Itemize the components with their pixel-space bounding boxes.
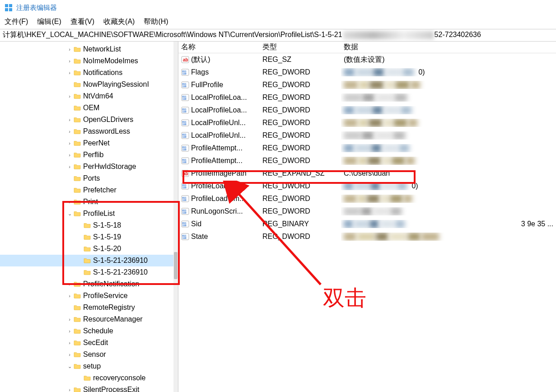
list-header: 名称 类型 数据 <box>178 42 556 53</box>
tree-item[interactable]: ＞Prefetcher <box>0 184 178 196</box>
tree-item[interactable]: ⌄setup <box>0 360 178 372</box>
tree-item-label: OpenGLDrivers <box>83 114 136 126</box>
value-row[interactable]: FlagsREG_DWORD 0) <box>178 66 556 79</box>
value-row[interactable]: StateREG_DWORD <box>178 230 556 243</box>
chevron-right-icon[interactable]: › <box>66 313 73 325</box>
chevron-right-icon[interactable]: › <box>66 55 73 67</box>
tree-item-label: NoImeModeImes <box>83 55 141 67</box>
value-row[interactable]: LocalProfileUnl...REG_DWORD <box>178 117 556 129</box>
value-row[interactable]: ProfileLoadTim...REG_DWORD <box>178 192 556 205</box>
tree-item[interactable]: ›Print <box>0 196 178 208</box>
tree-item-label: Notifications <box>83 67 125 79</box>
chevron-right-icon[interactable]: › <box>66 90 73 102</box>
value-row[interactable]: SidREG_BINARY3 9e 35 ... <box>178 218 556 230</box>
tree-item[interactable]: ›ProfileNotification <box>0 278 178 290</box>
tree-item[interactable]: ›OpenGLDrivers <box>0 114 178 126</box>
tree-item[interactable]: ＞S-1-5-18 <box>0 219 178 231</box>
chevron-right-icon[interactable]: › <box>66 196 73 208</box>
chevron-right-icon[interactable]: › <box>66 161 73 173</box>
value-row[interactable]: ProfileAttempt...REG_DWORD <box>178 142 556 154</box>
tree-scrollbar[interactable] <box>173 42 178 392</box>
tree-item[interactable]: ⌄ProfileList <box>0 208 178 219</box>
tree-item[interactable]: ›Schedule <box>0 325 178 337</box>
chevron-right-icon[interactable]: › <box>66 67 73 79</box>
tree-item[interactable]: ＞S-1-5-21-236910 <box>0 266 178 278</box>
value-name: ProfileAttempt... <box>191 144 243 152</box>
chevron-right-icon[interactable]: › <box>66 384 73 392</box>
tree-item[interactable]: ›Sensor <box>0 349 178 360</box>
col-header-name[interactable]: 名称 <box>178 42 260 52</box>
value-row[interactable]: LocalProfileUnl...REG_DWORD <box>178 129 556 142</box>
tree-item[interactable]: ›Perflib <box>0 149 178 161</box>
value-row[interactable]: FullProfileREG_DWORD <box>178 79 556 91</box>
address-bar[interactable]: 计算机\HKEY_LOCAL_MACHINE\SOFTWARE\Microsof… <box>0 29 556 42</box>
menu-file[interactable]: 文件(F) <box>5 17 28 26</box>
chevron-down-icon[interactable]: ⌄ <box>66 208 73 219</box>
tree-item[interactable]: ›NoImeModeImes <box>0 55 178 67</box>
tree-item[interactable]: ＞S-1-5-19 <box>0 231 178 243</box>
tree-item[interactable]: ＞RemoteRegistry <box>0 302 178 313</box>
menu-help[interactable]: 帮助(H) <box>144 17 168 26</box>
tree-item-label: NtVdm64 <box>83 90 116 102</box>
chevron-right-icon[interactable]: › <box>66 137 73 149</box>
tree-item[interactable]: ＞NowPlayingSessionI <box>0 79 178 90</box>
value-row[interactable]: LocalProfileLoa...REG_DWORD <box>178 104 556 117</box>
chevron-right-icon[interactable]: › <box>66 114 73 126</box>
tree-item-label: S-1-5-20 <box>93 243 124 255</box>
menu-favorites[interactable]: 收藏夹(A) <box>103 17 135 26</box>
binary-value-icon <box>181 106 189 114</box>
chevron-down-icon[interactable]: ⌄ <box>66 360 73 372</box>
menu-edit[interactable]: 编辑(E) <box>37 17 61 26</box>
value-row[interactable]: RunLogonScri...REG_DWORD <box>178 205 556 218</box>
tree-item[interactable]: ›PerHwIdStorage <box>0 161 178 173</box>
chevron-right-icon[interactable]: › <box>66 325 73 337</box>
value-type: REG_DWORD <box>260 131 341 140</box>
tree-item[interactable]: ＞OEM <box>0 102 178 114</box>
chevron-right-icon[interactable]: › <box>66 149 73 161</box>
tree-item[interactable]: ＞recoveryconsole <box>0 372 178 384</box>
tree-scroll-thumb[interactable] <box>174 252 178 279</box>
value-type: REG_DWORD <box>260 81 341 89</box>
binary-value-icon <box>181 144 189 152</box>
tree-item[interactable]: ›NtVdm64 <box>0 90 178 102</box>
value-row[interactable]: LocalProfileLoa...REG_DWORD <box>178 91 556 104</box>
tree-item[interactable]: ›Notifications <box>0 67 178 79</box>
tree-item[interactable]: ›ResourceManager <box>0 313 178 325</box>
tree[interactable]: ›NetworkList›NoImeModeImes›Notifications… <box>0 43 178 392</box>
tree-item[interactable]: ›SecEdit <box>0 337 178 349</box>
value-row[interactable]: ProfileAttempt...REG_DWORD <box>178 154 556 167</box>
chevron-right-icon[interactable]: › <box>66 43 73 55</box>
tree-item[interactable]: ›PeerNet <box>0 137 178 149</box>
col-header-data[interactable]: 数据 <box>341 42 556 52</box>
chevron-right-icon[interactable]: › <box>66 290 73 302</box>
tree-item-label: Print <box>83 196 101 208</box>
chevron-right-icon[interactable]: › <box>66 337 73 349</box>
value-name: ProfileImagePath <box>191 169 247 177</box>
address-prefix: 计算机\HKEY_LOCAL_MACHINE\SOFTWARE\Microsof… <box>3 31 342 38</box>
value-data: 0) <box>341 68 556 77</box>
tree-item[interactable]: ＞Ports <box>0 173 178 184</box>
tree-item[interactable]: ＞S-1-5-20 <box>0 243 178 255</box>
tree-item[interactable]: ›NetworkList <box>0 43 178 55</box>
tree-item[interactable]: ›ProfileService <box>0 290 178 302</box>
value-row[interactable]: ProfileImagePathREG_EXPAND_SZC:\Users\du… <box>178 167 556 180</box>
value-row[interactable]: (默认)REG_SZ(数值未设置) <box>178 53 556 66</box>
value-type: REG_DWORD <box>260 233 341 241</box>
tree-item-label: Ports <box>83 173 103 184</box>
value-name: LocalProfileLoa... <box>191 93 247 102</box>
value-type: REG_BINARY <box>260 220 341 228</box>
folder-icon <box>83 375 91 381</box>
value-data: 3 9e 35 ... <box>341 220 556 229</box>
chevron-right-icon[interactable]: › <box>66 126 73 137</box>
value-row[interactable]: ProfileLoadTim...REG_DWORD 0) <box>178 180 556 192</box>
chevron-right-icon[interactable]: › <box>66 349 73 360</box>
chevron-right-icon[interactable]: › <box>66 278 73 290</box>
binary-value-icon <box>181 131 189 140</box>
folder-icon <box>73 387 81 392</box>
tree-item[interactable]: ＞S-1-5-21-236910 <box>0 255 178 266</box>
tree-item[interactable]: ›SilentProcessExit <box>0 384 178 392</box>
folder-icon <box>73 175 81 182</box>
tree-item[interactable]: ›PasswordLess <box>0 126 178 137</box>
col-header-type[interactable]: 类型 <box>260 42 341 52</box>
menu-view[interactable]: 查看(V) <box>70 17 94 26</box>
